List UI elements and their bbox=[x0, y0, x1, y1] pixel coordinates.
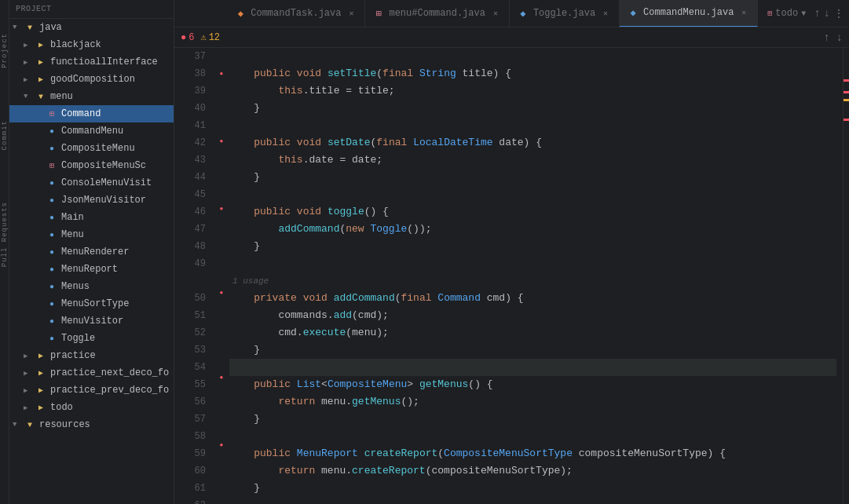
tab-CommandMenu[interactable]: ◆CommandMenu.java✕ bbox=[620, 0, 758, 27]
sidebar-item-Toggle[interactable]: ●Toggle bbox=[9, 330, 174, 347]
gutter-cell-40[interactable] bbox=[214, 99, 229, 116]
gutter-cell-46[interactable]: ● bbox=[214, 200, 229, 217]
scroll-up-icon[interactable]: ↑ bbox=[814, 7, 820, 20]
tab-Toggle[interactable]: ◆Toggle.java✕ bbox=[510, 0, 620, 27]
sidebar-item-practice_next_deco_fo[interactable]: ▶▶practice_next_deco_fo bbox=[9, 364, 174, 382]
gutter-cell-54[interactable] bbox=[214, 352, 229, 369]
gutter-cell-41[interactable] bbox=[214, 115, 229, 133]
gutter-cell-57[interactable] bbox=[214, 403, 229, 420]
tree-icon-MenuRenderer: ● bbox=[46, 246, 58, 258]
tree-icon-Command: ⊞ bbox=[46, 108, 58, 120]
todo-tab[interactable]: ⊞ todo ▼ bbox=[763, 8, 811, 19]
gutter-cell-37[interactable] bbox=[214, 48, 229, 65]
sidebar-item-goodComposition[interactable]: ▶▶goodComposition bbox=[9, 71, 174, 88]
gutter-cell-49[interactable] bbox=[214, 250, 229, 268]
error-badge[interactable]: ● 6 bbox=[181, 32, 194, 43]
gutter-cell-55[interactable]: ● bbox=[214, 369, 229, 386]
tree-label-practice_prev_deco_fo: practice_prev_deco_fo bbox=[50, 385, 169, 396]
tab-close-Toggle[interactable]: ✕ bbox=[600, 8, 611, 19]
sidebar-item-Command[interactable]: ⊞Command bbox=[9, 105, 174, 122]
tree-arrow-java: ▼ bbox=[13, 24, 24, 31]
sidebar-item-MenuRenderer[interactable]: ●MenuRenderer bbox=[9, 243, 174, 261]
code-line-51: commands.add(cmd); bbox=[229, 307, 836, 324]
line-numbers: 3738394041424344454647484950515253545556… bbox=[174, 48, 214, 504]
line-number-45: 45 bbox=[174, 186, 206, 203]
todo-dropdown-icon[interactable]: ▼ bbox=[801, 9, 806, 18]
warning-badge[interactable]: ⚠ 12 bbox=[200, 31, 220, 43]
gutter-cell-38[interactable]: ● bbox=[214, 65, 229, 82]
gutter-cell-61[interactable] bbox=[214, 470, 229, 488]
gutter-cell-48[interactable] bbox=[214, 234, 229, 251]
gutter-cell-60[interactable] bbox=[214, 453, 229, 470]
code-line-50: private void addCommand(final Command cm… bbox=[229, 290, 836, 307]
tree-icon-MenuSortType: ● bbox=[46, 298, 58, 310]
code-line-45 bbox=[229, 186, 836, 203]
more-tabs-icon[interactable]: ⋮ bbox=[833, 7, 844, 20]
tab-CommandTask[interactable]: ◆CommandTask.java✕ bbox=[227, 0, 365, 27]
sidebar-item-functioallInterface[interactable]: ▶▶functioallInterface bbox=[9, 53, 174, 71]
sidebar-item-MenuSortType[interactable]: ●MenuSortType bbox=[9, 295, 174, 312]
sidebar-item-JsonMenuVisitor[interactable]: ●JsonMenuVisitor bbox=[9, 192, 174, 209]
code-editor: 3738394041424344454647484950515253545556… bbox=[174, 48, 849, 504]
error-nav-up[interactable]: ↑ bbox=[823, 31, 829, 44]
sidebar-item-MenuReport[interactable]: ●MenuReport bbox=[9, 261, 174, 278]
code-line-61: } bbox=[229, 480, 836, 497]
code-line-60: return menu.createReport(compositeMenuSo… bbox=[229, 462, 836, 480]
tree-arrow-resources: ▼ bbox=[13, 421, 24, 429]
tab-menuCommand[interactable]: ⊞menu#Command.java✕ bbox=[365, 0, 509, 27]
activity-project[interactable]: Project bbox=[0, 31, 9, 70]
gutter-cell-52[interactable] bbox=[214, 318, 229, 335]
tab-close-CommandMenu[interactable]: ✕ bbox=[738, 7, 749, 18]
sidebar-item-practice[interactable]: ▶▶practice bbox=[9, 347, 174, 364]
sidebar-item-CommandMenu[interactable]: ●CommandMenu bbox=[9, 122, 174, 140]
gutter-cell-45[interactable] bbox=[214, 183, 229, 200]
tree-icon-practice_prev_deco_fo: ▶ bbox=[35, 384, 47, 396]
line-number-48: 48 bbox=[174, 238, 206, 255]
sidebar-item-Main[interactable]: ●Main bbox=[9, 209, 174, 226]
gutter-cell-47[interactable] bbox=[214, 217, 229, 234]
tab-close-menuCommand[interactable]: ✕ bbox=[490, 8, 501, 19]
sidebar-item-Menus[interactable]: ●Menus bbox=[9, 278, 174, 295]
tab-icon-CommandMenu: ◆ bbox=[628, 7, 639, 18]
gutter-cell-50[interactable]: ● bbox=[214, 284, 229, 301]
gutter-cell-39[interactable] bbox=[214, 82, 229, 99]
error-warning-bar: ● 6 ⚠ 12 ↑ ↓ bbox=[174, 27, 849, 48]
sidebar-item-todo[interactable]: ▶▶todo bbox=[9, 399, 174, 416]
sidebar-item-resources[interactable]: ▼▼resources bbox=[9, 416, 174, 433]
code-line-56: return menu.getMenus(); bbox=[229, 393, 836, 411]
gutter-cell-58[interactable] bbox=[214, 419, 229, 436]
code-line-42: public void setDate(final LocalDateTime … bbox=[229, 134, 836, 152]
gutter-cell-43[interactable] bbox=[214, 149, 229, 166]
sidebar-item-menu[interactable]: ▼▼menu bbox=[9, 88, 174, 105]
sidebar-item-Menu[interactable]: ●Menu bbox=[9, 226, 174, 243]
sidebar-item-java[interactable]: ▼▼java bbox=[9, 19, 174, 36]
sidebar-item-MenuVisitor[interactable]: ●MenuVisitor bbox=[9, 312, 174, 330]
gutter-cell-53[interactable] bbox=[214, 335, 229, 352]
error-nav-down[interactable]: ↓ bbox=[836, 31, 843, 44]
code-content[interactable]: public void setTitle(final String title)… bbox=[229, 48, 843, 504]
tab-close-CommandTask[interactable]: ✕ bbox=[346, 8, 357, 19]
code-line-41 bbox=[229, 117, 836, 134]
line-number-37: 37 bbox=[174, 48, 206, 65]
gutter-cell-59[interactable]: ● bbox=[214, 436, 229, 454]
tree-arrow-todo: ▶ bbox=[24, 404, 35, 412]
sidebar-item-CompositeMenuSc[interactable]: ⊞CompositeMenuSc bbox=[9, 157, 174, 174]
line-number-42: 42 bbox=[174, 134, 206, 152]
line-number-58: 58 bbox=[174, 428, 206, 445]
code-line-57: } bbox=[229, 411, 836, 428]
code-line-55: public List<CompositeMenu> getMenus() { bbox=[229, 376, 836, 393]
gutter-cell-56[interactable] bbox=[214, 385, 229, 403]
gutter-cell-44[interactable] bbox=[214, 166, 229, 184]
gutter-cell-62[interactable] bbox=[214, 487, 229, 504]
sidebar-item-ConsoleMenuVisit[interactable]: ●ConsoleMenuVisit bbox=[9, 174, 174, 192]
sidebar-item-blackjack[interactable]: ▶▶blackjack bbox=[9, 36, 174, 53]
gutter-cell-42[interactable]: ● bbox=[214, 133, 229, 150]
gutter-cell-51[interactable] bbox=[214, 301, 229, 319]
tree-arrow-practice_next_deco_fo: ▶ bbox=[24, 369, 35, 378]
sidebar-item-practice_prev_deco_fo[interactable]: ▶▶practice_prev_deco_fo bbox=[9, 382, 174, 399]
activity-pullrequests[interactable]: Pull Requests bbox=[0, 200, 9, 268]
scroll-down-icon[interactable]: ↓ bbox=[824, 7, 830, 20]
activity-commit[interactable]: Commit bbox=[0, 119, 9, 152]
tree-arrow-practice: ▶ bbox=[24, 352, 35, 360]
sidebar-item-CompositeMenu[interactable]: ●CompositeMenu bbox=[9, 140, 174, 157]
